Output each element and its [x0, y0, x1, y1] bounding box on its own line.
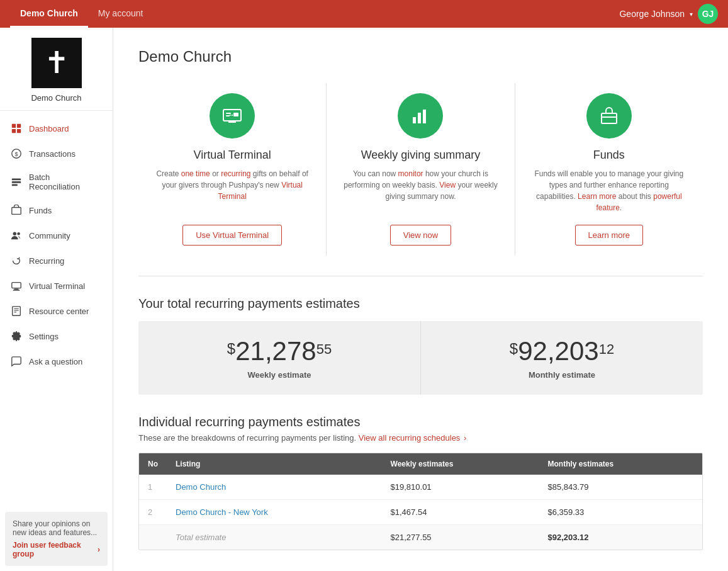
svg-rect-7	[12, 181, 21, 183]
sidebar-item-ask-question[interactable]: Ask a question	[0, 349, 113, 374]
svg-rect-24	[233, 113, 238, 116]
feedback-link[interactable]: Join user feedback group ›	[13, 541, 100, 558]
terminal-icon: ···	[221, 105, 244, 127]
svg-point-11	[17, 232, 20, 235]
individual-desc: These are the breakdowns of recurring pa…	[138, 433, 703, 443]
sidebar-item-funds[interactable]: Funds	[0, 198, 113, 223]
recurring-icon	[10, 254, 23, 267]
sidebar-label-funds: Funds	[29, 206, 52, 215]
svg-rect-13	[14, 289, 18, 290]
weekly-label: Weekly estimate	[154, 370, 405, 380]
svg-rect-12	[12, 283, 21, 288]
table-row: 1 Demo Church $19,810.01 $85,843.79	[139, 475, 702, 500]
row-2-listing-link[interactable]: Demo Church - New York	[176, 507, 268, 517]
recurring-section-title: Your total recurring payments estimates	[138, 297, 703, 311]
svg-rect-15	[13, 307, 21, 315]
funds-card-desc: Funds will enable you to manage your giv…	[530, 168, 688, 213]
feature-card-funds: Funds Funds will enable you to manage yo…	[515, 83, 703, 256]
vt-card-desc: Create one time or recurring gifts on be…	[154, 168, 311, 213]
svg-rect-2	[12, 129, 16, 133]
learn-more-button[interactable]: Learn more	[575, 225, 643, 246]
funds-icon	[10, 204, 23, 217]
row-1-listing-link[interactable]: Demo Church	[176, 482, 226, 492]
svg-rect-9	[12, 208, 21, 215]
sidebar-feedback: Share your opinions on new ideas and fea…	[5, 512, 108, 566]
ask-icon	[10, 355, 23, 368]
weekly-amount: $ 21,278 55	[154, 336, 405, 366]
weekly-cents: 55	[316, 341, 332, 358]
sidebar-church-name: Demo Church	[31, 93, 81, 103]
transactions-icon: $	[10, 147, 23, 160]
virtual-terminal-icon	[10, 280, 23, 292]
sidebar-item-transactions[interactable]: $ Transactions	[0, 141, 113, 166]
feature-card-weekly-giving: Weekly giving summary You can now monito…	[327, 83, 515, 256]
recurring-totals: $ 21,278 55 Weekly estimate $ 92,203 12 …	[138, 321, 703, 395]
view-now-button[interactable]: View now	[390, 225, 451, 246]
sidebar-label-community: Community	[29, 231, 70, 240]
sidebar-item-settings[interactable]: Settings	[0, 324, 113, 349]
svg-rect-14	[13, 290, 20, 290]
table-total-row: Total estimate $21,277.55 $92,203.12	[139, 525, 702, 550]
feature-cards: ··· Virtual Terminal Create one time or …	[138, 83, 703, 276]
settings-icon	[10, 330, 23, 342]
svg-rect-26	[418, 113, 421, 123]
sidebar-label-virtual-terminal: Virtual Terminal	[29, 281, 85, 291]
page-title: Demo Church	[138, 48, 703, 65]
feedback-text: Share your opinions on new ideas and fea…	[13, 519, 97, 537]
sidebar: ✝ Demo Church Dashboard $ Transactions	[0, 28, 113, 571]
weekly-estimate-card: $ 21,278 55 Weekly estimate	[138, 321, 421, 395]
svg-rect-1	[17, 124, 21, 128]
row-1-weekly: $19,810.01	[382, 475, 539, 500]
sidebar-label-transactions: Transactions	[29, 149, 76, 159]
batch-icon	[10, 176, 23, 188]
weekly-dollar-sign: $	[227, 340, 235, 358]
sidebar-item-virtual-terminal[interactable]: Virtual Terminal	[0, 273, 113, 298]
top-nav-links: Demo Church My account	[10, 1, 619, 28]
community-icon	[10, 229, 23, 242]
feedback-arrow-icon: ›	[98, 545, 100, 554]
vt-card-title: Virtual Terminal	[193, 149, 271, 162]
monthly-cents: 12	[599, 341, 614, 358]
sidebar-logo: ✝ Demo Church	[0, 28, 113, 111]
row-1-no: 1	[139, 475, 167, 500]
sidebar-item-community[interactable]: Community	[0, 223, 113, 248]
dashboard-icon	[10, 122, 23, 135]
sidebar-label-settings: Settings	[29, 332, 59, 341]
main-layout: ✝ Demo Church Dashboard $ Transactions	[0, 28, 728, 571]
col-no: No	[139, 453, 167, 475]
sidebar-nav: Dashboard $ Transactions Batch Reconcili…	[0, 111, 113, 507]
use-virtual-terminal-button[interactable]: Use Virtual Terminal	[182, 225, 282, 246]
svg-rect-6	[12, 179, 21, 181]
svg-rect-22	[226, 113, 231, 114]
recurring-table-wrapper: No Listing Weekly estimates Monthly esti…	[138, 453, 703, 550]
main-content: Demo Church ··· Virtual Terminal	[113, 28, 728, 571]
svg-rect-8	[12, 184, 18, 186]
sidebar-label-dashboard: Dashboard	[29, 124, 69, 133]
col-monthly: Monthly estimates	[539, 453, 703, 475]
user-menu[interactable]: George Johnson ▾ GJ	[619, 4, 718, 24]
monthly-dollars: 92,203	[518, 336, 598, 366]
svg-rect-20	[228, 122, 236, 123]
monthly-dollar-sign: $	[510, 340, 518, 358]
feature-card-virtual-terminal: ··· Virtual Terminal Create one time or …	[138, 83, 327, 256]
total-monthly: $92,203.12	[539, 525, 703, 550]
top-navigation: Demo Church My account George Johnson ▾ …	[0, 0, 728, 28]
nav-my-account[interactable]: My account	[88, 1, 154, 28]
row-2-monthly: $6,359.33	[539, 500, 703, 525]
monthly-label: Monthly estimate	[436, 370, 688, 380]
view-all-recurring-link[interactable]: View all recurring schedules	[359, 433, 467, 443]
monthly-amount: $ 92,203 12	[436, 336, 688, 366]
col-weekly: Weekly estimates	[382, 453, 539, 475]
sidebar-item-batch-reconciliation[interactable]: Batch Reconciliation	[0, 166, 113, 198]
nav-demo-church[interactable]: Demo Church	[10, 1, 88, 28]
row-2-no: 2	[139, 500, 167, 525]
table-row: 2 Demo Church - New York $1,467.54 $6,35…	[139, 500, 702, 525]
resource-icon	[10, 305, 23, 317]
svg-rect-3	[17, 129, 21, 133]
sidebar-item-resource-center[interactable]: Resource center	[0, 298, 113, 324]
row-1-monthly: $85,843.79	[539, 475, 703, 500]
table-header-row: No Listing Weekly estimates Monthly esti…	[139, 453, 702, 475]
sidebar-item-recurring[interactable]: Recurring	[0, 248, 113, 273]
chart-icon	[409, 105, 432, 127]
sidebar-item-dashboard[interactable]: Dashboard	[0, 116, 113, 141]
